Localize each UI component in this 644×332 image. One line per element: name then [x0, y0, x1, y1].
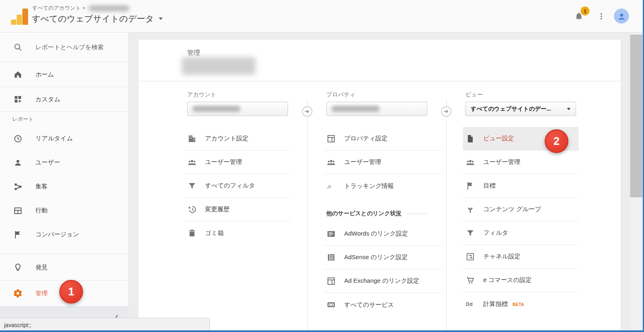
- menu-item-発見[interactable]: 発見: [0, 254, 128, 280]
- menu-item-Ad Exchange のリンク設定[interactable]: Ad Exchange のリンク設定: [324, 269, 443, 293]
- selector-dropdown[interactable]: [326, 102, 427, 116]
- menu-item-AdWords のリンク設定[interactable]: AdWords のリンク設定: [324, 222, 443, 246]
- account-name-blurred: [182, 57, 255, 75]
- menu-item-コンテンツ グループ[interactable]: コンテンツ グループ: [463, 198, 579, 221]
- menu-item-変更履歴[interactable]: 変更履歴: [185, 198, 290, 221]
- column-label: アカウント: [187, 91, 288, 98]
- menu-item-label: コンテンツ グループ: [483, 205, 541, 213]
- app-header: すべてのアカウント > すべてのウェブサイトのデータ 1: [0, 0, 643, 33]
- column-item-list: アカウント設定ユーザー管理すべてのフィルタ変更履歴ゴミ箱: [185, 127, 288, 245]
- menu-item-label: 目標: [483, 182, 496, 190]
- annotation-step-1: 1: [59, 280, 83, 304]
- trash-icon: [187, 228, 197, 238]
- scrollbar-track[interactable]: [629, 33, 643, 330]
- search-placeholder: レポートとヘルプを検索: [35, 44, 104, 51]
- selector-value: すべてのウェブサイトのデー...: [471, 105, 551, 113]
- menu-item-e コマースの設定[interactable]: e コマースの設定: [463, 269, 579, 292]
- person-icon: [617, 11, 627, 21]
- overflow-menu-button[interactable]: [594, 9, 609, 24]
- menu-item-label: ホーム: [35, 71, 54, 79]
- column-item-list: ビュー設定ユーザー管理目標コンテンツ グループフィルタチャネル設定e コマースの…: [463, 127, 576, 316]
- adsense-link-icon: [326, 253, 336, 262]
- menu-item-ユーザー[interactable]: ユーザー: [0, 151, 128, 175]
- selector-dropdown[interactable]: すべてのウェブサイトのデー...: [465, 102, 576, 116]
- chevron-down-icon: [567, 108, 571, 110]
- menu-item-label: すべてのサービス: [344, 301, 394, 309]
- page-title: 管理: [187, 49, 200, 57]
- menu-item-計算指標[interactable]: Dd計算指標BETA: [463, 292, 579, 316]
- admin-gear-icon: [13, 288, 23, 298]
- user-management-icon: [187, 157, 197, 167]
- links-item-list: AdWords のリンク設定AdSense のリンク設定Ad Exchange …: [324, 222, 427, 317]
- discover-icon: [13, 262, 23, 272]
- realtime-icon: [13, 134, 23, 144]
- links-section-title: 他のサービスとのリンク状況: [326, 210, 402, 217]
- column-item-list: プロパティ設定ユーザー管理.jsトラッキング情報: [324, 127, 427, 198]
- avatar[interactable]: [614, 9, 629, 24]
- menu-item-コンバージョン[interactable]: コンバージョン: [0, 223, 128, 247]
- history-icon: [187, 205, 197, 214]
- selector-value-blurred: [332, 106, 380, 112]
- admin-card: 管理 アカウントアカウント設定ユーザー管理すべてのフィルタ変更履歴ゴミ箱 プロパ…: [138, 39, 621, 332]
- account-settings-icon: [187, 134, 197, 144]
- menu-item-プロパティ設定[interactable]: プロパティ設定: [324, 127, 443, 151]
- breadcrumb-prefix: すべてのアカウント >: [32, 4, 85, 12]
- menu-item-label: 行動: [35, 207, 48, 214]
- selector-dropdown[interactable]: [187, 102, 288, 116]
- menu-item-目標[interactable]: 目標: [463, 174, 579, 198]
- menu-item-アカウント設定[interactable]: アカウント設定: [185, 127, 290, 151]
- content-grouping-icon: [465, 205, 475, 214]
- column-label: プロパティ: [326, 91, 427, 98]
- custom-icon: [13, 94, 23, 104]
- menu-item-すべてのフィルタ[interactable]: すべてのフィルタ: [185, 174, 290, 198]
- menu-item-トラッキング情報[interactable]: .jsトラッキング情報: [324, 174, 443, 198]
- menu-item-ユーザー管理[interactable]: ユーザー管理: [463, 151, 579, 174]
- adexchange-link-icon: [326, 276, 336, 286]
- menu-item-チャネル設定[interactable]: チャネル設定: [463, 245, 579, 269]
- scrollbar-thumb[interactable]: [630, 35, 642, 197]
- user-icon: [13, 158, 23, 168]
- svg-text:Dd: Dd: [466, 301, 473, 307]
- analytics-logo-icon[interactable]: [11, 8, 31, 25]
- menu-item-行動[interactable]: 行動: [0, 199, 128, 223]
- column-separator: [446, 98, 447, 332]
- sidebar-section-reports: レポート: [0, 112, 128, 127]
- menu-item-ゴミ箱[interactable]: ゴミ箱: [185, 221, 290, 245]
- ecommerce-icon: [465, 275, 475, 285]
- menu-item-フィルタ[interactable]: フィルタ: [463, 221, 579, 245]
- menu-item-label: ユーザー管理: [205, 158, 242, 166]
- menu-item-label: ユーザー: [35, 159, 60, 166]
- menu-item-label: コンバージョン: [35, 231, 79, 238]
- menu-item-label: ユーザー管理: [344, 158, 381, 166]
- browser-edge: [0, 330, 644, 332]
- menu-item-label: 管理: [35, 290, 48, 297]
- menu-item-カスタム[interactable]: カスタム: [0, 87, 128, 112]
- menu-item-label: チャネル設定: [483, 253, 520, 260]
- search-icon: [13, 42, 23, 52]
- chevron-down-icon: [159, 17, 163, 20]
- menu-item-すべてのサービス[interactable]: すべてのサービス: [324, 293, 443, 317]
- selector-value-blurred: [192, 106, 240, 112]
- menu-item-ユーザー管理[interactable]: ユーザー管理: [185, 151, 290, 174]
- view-title-row[interactable]: すべてのウェブサイトのデータ: [32, 13, 163, 24]
- annotation-step-2: 2: [545, 129, 568, 153]
- menu-item-label: 発見: [35, 264, 48, 271]
- menu-item-label: フィルタ: [483, 229, 508, 237]
- user-management-icon: [465, 157, 475, 167]
- search-input[interactable]: レポートとヘルプを検索: [0, 33, 128, 62]
- notifications-button[interactable]: 1: [572, 9, 586, 24]
- menu-item-AdSense のリンク設定[interactable]: AdSense のリンク設定: [324, 246, 443, 269]
- status-bar-link-tooltip: javascript:;: [0, 318, 210, 332]
- svg-text:.js: .js: [327, 184, 332, 189]
- view-column: ビューすべてのウェブサイトのデー...ビュー設定ユーザー管理目標コンテンツ グル…: [465, 81, 576, 316]
- menu-item-集客[interactable]: 集客: [0, 175, 128, 199]
- menu-item-label: e コマースの設定: [483, 276, 532, 284]
- menu-item-ホーム[interactable]: ホーム: [0, 62, 128, 87]
- menu-item-label: プロパティ設定: [344, 135, 388, 142]
- arrow-right-icon: [441, 106, 452, 117]
- menu-item-ユーザー管理[interactable]: ユーザー管理: [324, 151, 443, 174]
- menu-item-リアルタイム[interactable]: リアルタイム: [0, 127, 128, 151]
- notification-badge: 1: [581, 7, 589, 15]
- view-settings-icon: [465, 134, 475, 144]
- menu-item-label: AdWords のリンク設定: [344, 230, 408, 238]
